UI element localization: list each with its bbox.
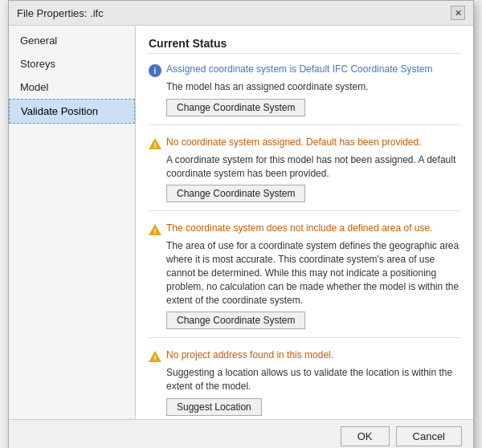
footer: OK Cancel (9, 419, 473, 448)
dialog-title: File Properties: .ifc (17, 7, 104, 19)
cancel-button[interactable]: Cancel (396, 426, 462, 446)
file-properties-dialog: File Properties: .ifc ✕ GeneralStoreysMo… (8, 0, 474, 448)
status-desc-2: The area of use for a coordinate system … (166, 239, 460, 307)
section-title: Current Status (149, 37, 460, 54)
status-block-2: !The coordinate system does not include … (149, 222, 460, 338)
divider-2 (149, 337, 460, 338)
status-block-0: iAssigned coordinate system is Default I… (149, 63, 460, 125)
divider-1 (149, 210, 460, 211)
svg-text:!: ! (154, 227, 157, 235)
status-label-1: No coordinate system assigned. Default h… (166, 136, 422, 148)
status-btn-2[interactable]: Change Coordinate System (166, 312, 305, 329)
sidebar: GeneralStoreysModelValidate Position (9, 26, 136, 419)
status-header-3: !No project address found in this model. (149, 349, 460, 363)
info-icon-0: i (149, 64, 161, 77)
sidebar-item-validate-position[interactable]: Validate Position (9, 99, 135, 124)
content-area: GeneralStoreysModelValidate Position Cur… (9, 26, 473, 419)
status-header-1: !No coordinate system assigned. Default … (149, 136, 460, 150)
status-header-2: !The coordinate system does not include … (149, 222, 460, 236)
status-label-2: The coordinate system does not include a… (166, 222, 433, 234)
status-btn-3[interactable]: Suggest Location (166, 398, 262, 416)
status-btn-1[interactable]: Change Coordinate System (166, 185, 305, 202)
status-btn-0[interactable]: Change Coordinate System (166, 99, 305, 116)
status-desc-0: The model has an assigned coordinate sys… (166, 80, 460, 94)
title-bar: File Properties: .ifc ✕ (9, 1, 473, 26)
status-header-0: iAssigned coordinate system is Default I… (149, 63, 460, 77)
warn-icon-1: ! (149, 137, 161, 150)
warn-icon-2: ! (149, 223, 161, 236)
main-content: Current Status iAssigned coordinate syst… (136, 26, 473, 419)
warn-icon-3: ! (149, 350, 161, 363)
status-label-3: No project address found in this model. (166, 349, 333, 360)
ok-button[interactable]: OK (341, 426, 390, 446)
sidebar-item-general[interactable]: General (9, 29, 135, 52)
status-label-0: Assigned coordinate system is Default IF… (166, 63, 432, 75)
divider-0 (149, 124, 460, 125)
status-block-1: !No coordinate system assigned. Default … (149, 136, 460, 212)
close-button[interactable]: ✕ (451, 6, 465, 20)
sidebar-item-storeys[interactable]: Storeys (9, 52, 135, 75)
status-desc-3: Suggesting a location allows us to valid… (166, 366, 460, 393)
status-desc-1: A coordinate system for this model has n… (166, 153, 460, 181)
status-block-3: !No project address found in this model.… (149, 349, 460, 416)
sidebar-item-model[interactable]: Model (9, 75, 135, 99)
svg-text:!: ! (154, 354, 157, 362)
svg-text:!: ! (154, 141, 157, 149)
